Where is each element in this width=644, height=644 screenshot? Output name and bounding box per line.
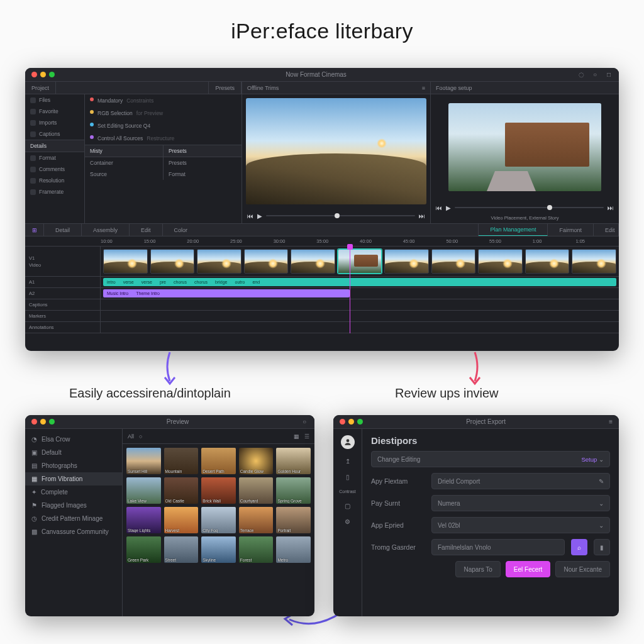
thumbnail[interactable]: Metro (276, 536, 311, 563)
thumbnail[interactable]: Portrait (276, 507, 311, 533)
close-icon[interactable] (31, 72, 37, 77)
pen-icon[interactable]: ✎ (599, 478, 604, 485)
minimize-icon[interactable] (348, 419, 354, 425)
sidebar-item[interactable]: ⚑Flagged Images (25, 499, 122, 512)
gear-icon[interactable]: ⚙ (345, 518, 350, 525)
thumbnail[interactable]: Courtyard (239, 477, 274, 504)
track-header[interactable]: A2 (25, 288, 100, 299)
clip[interactable] (291, 249, 335, 274)
circle-icon[interactable]: ○ (301, 418, 308, 426)
empty-track[interactable] (101, 299, 619, 311)
sidebar-item[interactable]: ◷Credit Pattern Minage (25, 512, 122, 525)
next-frame-icon[interactable]: ⏭ (608, 204, 614, 211)
next-frame-icon[interactable]: ⏭ (419, 213, 425, 219)
list-item[interactable]: MandatoryConstraints (85, 94, 242, 107)
thumbnail[interactable]: Spring Grove (276, 477, 311, 504)
primary-button[interactable]: Eel Fecert (506, 561, 551, 577)
circle-icon[interactable]: ○ (591, 71, 599, 79)
empty-track[interactable] (101, 322, 619, 333)
workspace-tab[interactable]: Color (163, 224, 479, 236)
workspace-tab[interactable]: Edit (130, 224, 163, 236)
thumbnail[interactable]: Old Castle (164, 477, 199, 504)
briefcase-icon[interactable]: ▯ (346, 474, 350, 480)
thumbnail[interactable]: Golden Hour (276, 448, 311, 474)
timeline-ruler[interactable]: 10:0015:0020:0025:0030:0035:0040:0045:00… (25, 236, 619, 247)
side-item[interactable]: Comments (25, 164, 84, 175)
search-button[interactable]: ⌕ (571, 539, 587, 555)
square-icon[interactable]: □ (605, 71, 613, 79)
scrubber[interactable] (266, 215, 415, 216)
secondary-button[interactable]: Napars To (455, 561, 500, 577)
minimize-icon[interactable] (40, 419, 46, 425)
thumbnail[interactable]: Street (164, 536, 199, 563)
scrubber[interactable] (455, 207, 604, 208)
zoom-icon[interactable] (357, 419, 363, 425)
clip[interactable] (197, 249, 242, 274)
timeline-tool-icon[interactable]: ⊞ (25, 224, 44, 236)
search-icon[interactable]: ◌ (577, 71, 585, 79)
view-grid-icon[interactable]: ▦ (294, 433, 299, 440)
clip[interactable] (338, 249, 382, 274)
sidebar-item[interactable]: ▣Default (25, 446, 122, 459)
audio-clip[interactable]: Music IntroTheme Intro (103, 289, 350, 297)
clip[interactable] (525, 249, 570, 274)
clip[interactable] (431, 249, 476, 274)
side-item[interactable]: Files (25, 94, 84, 106)
thumbnail[interactable]: Candle Glow (239, 448, 274, 474)
workspace-tab[interactable]: Edit (594, 224, 619, 236)
select-input[interactable]: Vel 02bl⌄ (431, 517, 610, 533)
col-cell[interactable]: Source (85, 169, 163, 180)
secondary-button[interactable]: Nour Excante (555, 561, 610, 577)
browser-tab[interactable]: Project (25, 82, 56, 94)
workspace-tab[interactable]: Detail (44, 224, 82, 236)
clip[interactable] (103, 249, 148, 274)
side-item[interactable]: Imports (25, 117, 84, 128)
workspace-tab[interactable]: Assembly (82, 224, 130, 236)
empty-track[interactable] (101, 311, 619, 322)
sidebar-item[interactable]: ◔Elsa Crow (25, 433, 122, 446)
zoom-icon[interactable] (49, 419, 55, 425)
preview-viewport[interactable] (246, 98, 426, 204)
sidebar-item[interactable]: ▤Photographs (25, 459, 122, 472)
add-button[interactable]: ▮ (594, 539, 610, 555)
upload-icon[interactable]: ↥ (345, 458, 350, 465)
play-icon[interactable]: ▶ (257, 213, 262, 219)
select-input[interactable]: Change Editing Setup ⌄ (371, 451, 610, 467)
sidebar-item[interactable]: ▦From Vibration (25, 472, 122, 486)
workspace-tab[interactable]: Fairmont (548, 224, 594, 236)
side-item[interactable]: Format (25, 152, 84, 164)
thumbnail[interactable]: Mountain (164, 448, 199, 474)
side-item[interactable]: Captions (25, 128, 84, 140)
track-header[interactable]: Markers (25, 311, 100, 322)
thumbnail[interactable]: Stage Lights (126, 507, 161, 533)
menu-icon[interactable]: ≡ (609, 418, 613, 425)
thumbnail[interactable]: Brick Wall (201, 477, 236, 504)
filter-label[interactable]: All (128, 433, 134, 440)
sidebar-item[interactable]: ▩Canvassure Community (25, 525, 122, 538)
workspace-tab[interactable]: Plan Management (479, 224, 548, 236)
text-input[interactable]: Familnelslan Vnolo (431, 539, 565, 555)
close-icon[interactable] (340, 419, 345, 425)
thumbnail[interactable]: Sunset Hill (126, 448, 161, 474)
monitor-icon[interactable]: ▢ (345, 502, 350, 509)
thumbnail[interactable]: Green Park (126, 536, 161, 563)
zoom-icon[interactable] (49, 72, 55, 77)
clip[interactable] (244, 249, 289, 274)
list-item[interactable]: Control All SourcesRestructure (85, 132, 242, 145)
select-input[interactable]: Numera⌄ (431, 495, 610, 511)
browser-tab[interactable]: Presets (209, 82, 242, 94)
play-icon[interactable]: ▶ (446, 204, 451, 211)
thumbnail[interactable]: Desert Path (201, 448, 236, 474)
list-item[interactable]: Set Editing Source Q4 (85, 119, 242, 132)
clip[interactable] (572, 249, 616, 274)
side-item[interactable]: Framerate (25, 186, 84, 197)
prev-frame-icon[interactable]: ⏮ (247, 213, 253, 219)
minimize-icon[interactable] (40, 72, 46, 77)
preview-viewport[interactable] (448, 103, 601, 191)
clip[interactable] (150, 249, 195, 274)
view-list-icon[interactable]: ☰ (304, 433, 309, 440)
clip[interactable] (384, 249, 429, 274)
audio-track[interactable]: introverseverseprechoruschorusbridgeoutr… (101, 277, 619, 288)
avatar[interactable] (341, 435, 355, 449)
menu-icon[interactable]: ≡ (422, 85, 425, 91)
